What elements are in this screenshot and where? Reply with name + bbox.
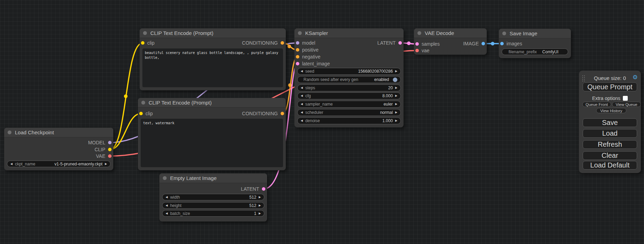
prompt-textarea[interactable]: text, watermark	[141, 119, 283, 167]
save-button[interactable]: Save	[583, 118, 637, 127]
view-history-button[interactable]: View History	[596, 108, 626, 113]
input-slot-clip[interactable]: clip	[139, 110, 153, 117]
settings-gear-icon[interactable]: ⚙	[633, 74, 638, 81]
increment-arrow[interactable]: ▶	[259, 212, 261, 215]
random-seed-after-every-gen-widget[interactable]: Random seed after every genenabled	[297, 76, 401, 83]
decrement-arrow[interactable]: ◀	[301, 87, 303, 89]
images-slot-dot[interactable]	[500, 42, 504, 45]
increment-arrow[interactable]: ▶	[105, 163, 107, 165]
decrement-arrow[interactable]: ◀	[301, 70, 303, 73]
view-queue-button[interactable]: View Queue	[612, 102, 641, 107]
input-slot-positive[interactable]: positive	[296, 47, 318, 53]
output-slot-CONDITIONING[interactable]: CONDITIONING	[242, 40, 284, 46]
output-slot-VAE[interactable]: VAE	[96, 153, 112, 159]
cfg-widget[interactable]: ◀cfg8.000▶	[297, 92, 401, 99]
decrement-arrow[interactable]: ◀	[166, 196, 168, 199]
node-empty-latent-image[interactable]: Empty Latent ImageLATENT◀width512▶◀heigh…	[159, 173, 267, 222]
steps-widget[interactable]: ◀steps20▶	[297, 84, 401, 91]
node-load-checkpoint[interactable]: Load CheckpointMODELCLIPVAE◀ckpt_namev1-…	[4, 128, 113, 170]
toggle-knob[interactable]	[393, 78, 397, 82]
negative-slot-dot[interactable]	[296, 55, 299, 58]
input-slot-negative[interactable]: negative	[296, 54, 320, 60]
filename_prefix-widget[interactable]: filename_prefixComfyUI	[502, 48, 568, 55]
ckpt_name-widget[interactable]: ◀ckpt_namev1-5-pruned-emaonly.ckpt▶	[7, 161, 111, 167]
load-button[interactable]: Load	[583, 129, 637, 138]
sampler_name-widget[interactable]: ◀sampler_nameeuler▶	[297, 101, 401, 108]
node-title-bar[interactable]: Load Checkpoint	[4, 128, 113, 137]
collapse-dot-icon[interactable]	[143, 31, 147, 35]
latent_image-slot-dot[interactable]	[296, 62, 299, 65]
queue-front-button[interactable]: Queue Front	[582, 102, 611, 107]
width-widget[interactable]: ◀width512▶	[162, 194, 264, 200]
input-slot-samples[interactable]: samples	[415, 41, 440, 47]
VAE-slot-dot[interactable]	[108, 154, 112, 158]
node-title-bar[interactable]: CLIP Text Encode (Prompt)	[140, 28, 286, 38]
output-slot-MODEL[interactable]: MODEL	[88, 139, 112, 146]
collapse-dot-icon[interactable]	[163, 176, 167, 180]
IMAGE-slot-dot[interactable]	[482, 42, 485, 45]
node-save-image[interactable]: Save Imageimagesfilename_prefixComfyUI	[499, 29, 571, 58]
decrement-arrow[interactable]: ◀	[10, 163, 12, 165]
scheduler-widget[interactable]: ◀schedulernormal▶	[297, 109, 401, 116]
queue-prompt-button[interactable]: Queue Prompt	[583, 82, 637, 91]
LATENT-slot-dot[interactable]	[262, 187, 265, 191]
increment-arrow[interactable]: ▶	[259, 196, 261, 199]
input-slot-vae[interactable]: vae	[415, 47, 430, 54]
node-title-bar[interactable]: VAE Decode	[414, 28, 487, 38]
increment-arrow[interactable]: ▶	[395, 87, 397, 89]
collapse-dot-icon[interactable]	[502, 31, 506, 35]
node-clip-text-encode-negative[interactable]: CLIP Text Encode (Prompt)clipCONDITIONIN…	[138, 98, 286, 170]
positive-slot-dot[interactable]	[296, 48, 299, 52]
extra-options-checkbox[interactable]	[623, 96, 628, 101]
MODEL-slot-dot[interactable]	[108, 141, 112, 144]
clip-slot-dot[interactable]	[139, 112, 143, 115]
output-slot-LATENT[interactable]: LATENT	[377, 40, 402, 46]
increment-arrow[interactable]: ▶	[395, 111, 397, 114]
collapse-dot-icon[interactable]	[141, 101, 145, 105]
batch_size-widget[interactable]: ◀batch_size1▶	[162, 210, 264, 217]
increment-arrow[interactable]: ▶	[395, 70, 397, 73]
input-slot-images[interactable]: images	[500, 40, 522, 47]
clip-slot-dot[interactable]	[141, 41, 144, 45]
vae-slot-dot[interactable]	[415, 49, 419, 52]
samples-slot-dot[interactable]	[415, 42, 419, 46]
collapse-dot-icon[interactable]	[8, 130, 11, 134]
input-slot-model[interactable]: model	[296, 40, 315, 46]
input-slot-clip[interactable]: clip	[141, 40, 155, 46]
decrement-arrow[interactable]: ◀	[301, 103, 303, 106]
input-slot-latent_image[interactable]: latent_image	[296, 61, 330, 67]
decrement-arrow[interactable]: ◀	[166, 212, 168, 215]
decrement-arrow[interactable]: ◀	[301, 111, 303, 114]
CLIP-slot-dot[interactable]	[108, 148, 112, 151]
node-title-bar[interactable]: Empty Latent Image	[159, 173, 267, 183]
increment-arrow[interactable]: ▶	[395, 119, 397, 122]
node-ksampler[interactable]: KSamplermodelpositivenegativelatent_imag…	[294, 28, 404, 127]
decrement-arrow[interactable]: ◀	[301, 94, 303, 97]
denoise-widget[interactable]: ◀denoise1.000▶	[297, 117, 401, 124]
node-title-bar[interactable]: CLIP Text Encode (Prompt)	[138, 98, 286, 108]
node-clip-text-encode-positive[interactable]: CLIP Text Encode (Prompt)clipCONDITIONIN…	[140, 28, 286, 90]
increment-arrow[interactable]: ▶	[395, 103, 397, 106]
output-slot-CONDITIONING[interactable]: CONDITIONING	[242, 110, 284, 117]
decrement-arrow[interactable]: ◀	[166, 204, 168, 207]
load-default-button[interactable]: Load Default	[583, 161, 637, 170]
output-slot-LATENT[interactable]: LATENT	[241, 186, 265, 192]
increment-arrow[interactable]: ▶	[395, 94, 397, 97]
refresh-button[interactable]: Refresh	[583, 140, 637, 149]
decrement-arrow[interactable]: ◀	[301, 119, 303, 122]
model-slot-dot[interactable]	[296, 41, 299, 45]
seed-widget[interactable]: ◀seed156680208700286▶	[297, 68, 401, 75]
node-vae-decode[interactable]: VAE DecodesamplesvaeIMAGE	[414, 28, 487, 55]
CONDITIONING-slot-dot[interactable]	[281, 41, 284, 45]
node-title-bar[interactable]: Save Image	[499, 29, 571, 38]
collapse-dot-icon[interactable]	[417, 31, 421, 35]
height-widget[interactable]: ◀height512▶	[162, 202, 264, 209]
node-title-bar[interactable]: KSampler	[294, 28, 404, 38]
output-slot-CLIP[interactable]: CLIP	[95, 146, 112, 153]
CONDITIONING-slot-dot[interactable]	[281, 112, 284, 115]
prompt-textarea[interactable]: beautiful scenery nature glass bottle la…	[142, 48, 283, 87]
LATENT-slot-dot[interactable]	[398, 41, 402, 45]
output-slot-IMAGE[interactable]: IMAGE	[463, 40, 485, 47]
clear-button[interactable]: Clear	[583, 151, 637, 160]
collapse-dot-icon[interactable]	[298, 31, 302, 35]
